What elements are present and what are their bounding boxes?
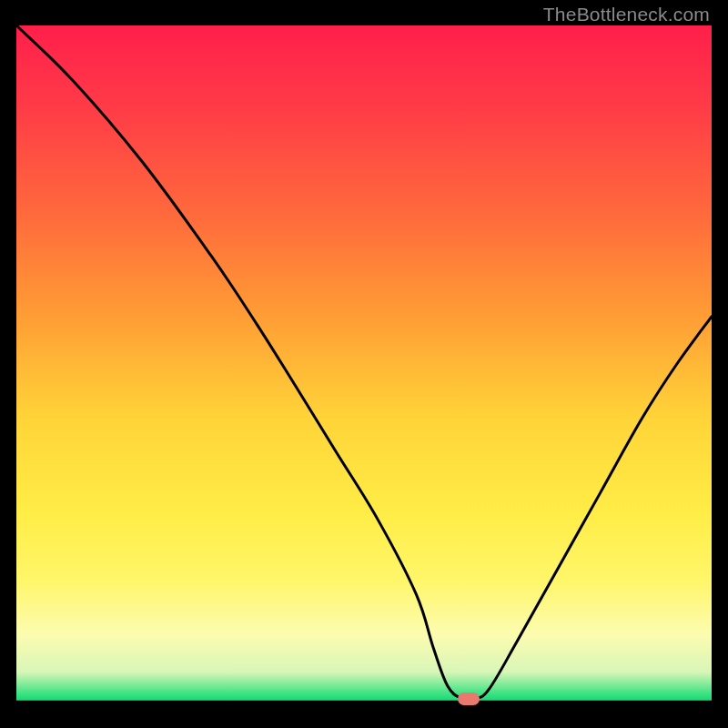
plot-frame (16, 25, 712, 703)
optimum-marker (458, 693, 480, 705)
watermark-text: TheBottleneck.com (543, 4, 710, 25)
plot-svg (16, 25, 712, 703)
gradient-bg (16, 25, 712, 703)
chart-container: TheBottleneck.com (0, 0, 728, 728)
